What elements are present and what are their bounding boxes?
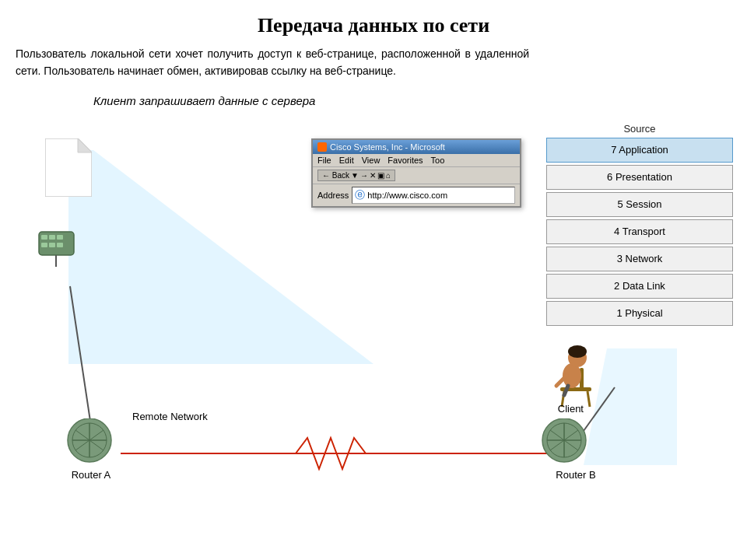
client-label: Client	[558, 403, 584, 415]
browser-title: Cisco Systems, Inc - Microsoft	[330, 142, 445, 152]
browser-toolbar: ← Back ▼ → ✕ ▣ ⌂	[313, 167, 520, 184]
osi-layer-4[interactable]: 4 Transport	[546, 219, 733, 244]
url-text: http://www.cisco.com	[367, 191, 447, 200]
svg-rect-9	[49, 235, 55, 240]
svg-rect-11	[41, 243, 47, 247]
description-text: Пользователь локальной сети хочет получи…	[0, 45, 545, 88]
svg-point-33	[568, 345, 587, 358]
router-b	[533, 418, 595, 468]
browser-menubar: File Edit View Favorites Too	[313, 154, 520, 167]
browser-icon	[317, 142, 327, 152]
router-a	[58, 418, 121, 468]
router-a-label: Router A	[56, 469, 126, 481]
osi-layer-1[interactable]: 1 Physical	[546, 301, 733, 326]
remote-network-label: Remote Network	[132, 411, 208, 422]
address-input[interactable]: ⓔ http://www.cisco.com	[352, 187, 515, 204]
menu-too[interactable]: Too	[431, 156, 445, 165]
document-icon	[45, 138, 92, 197]
menu-favorites[interactable]: Favorites	[388, 156, 423, 165]
browser-address-bar: Address ⓔ http://www.cisco.com	[313, 184, 520, 206]
browser-window: Cisco Systems, Inc - Microsoft File Edit…	[311, 138, 521, 208]
client-person	[537, 333, 607, 414]
address-label: Address	[317, 191, 349, 200]
menu-view[interactable]: View	[362, 156, 381, 165]
osi-stack: Source 7 Application6 Presentation5 Sess…	[546, 123, 733, 328]
menu-edit[interactable]: Edit	[339, 156, 354, 165]
svg-rect-10	[57, 235, 63, 240]
ie-icon: ⓔ	[355, 188, 365, 202]
svg-line-35	[564, 386, 568, 395]
osi-layer-6[interactable]: 6 Presentation	[546, 165, 733, 190]
svg-rect-8	[41, 235, 47, 240]
osi-layer-2[interactable]: 2 Data Link	[546, 274, 733, 299]
osi-layer-7[interactable]: 7 Application	[546, 138, 733, 163]
osi-source-label: Source	[546, 123, 733, 135]
back-button[interactable]: ← Back ▼ → ✕ ▣ ⌂	[317, 170, 395, 181]
main-diagram: Client Router A Router B Remote Network …	[0, 115, 747, 496]
browser-titlebar: Cisco Systems, Inc - Microsoft	[313, 140, 520, 154]
server-device	[35, 224, 78, 274]
menu-file[interactable]: File	[317, 156, 331, 165]
router-b-label: Router B	[541, 469, 611, 481]
svg-rect-13	[57, 243, 63, 247]
svg-rect-12	[49, 243, 55, 247]
page-title: Передача данных по сети	[0, 0, 747, 45]
subtitle-text: Клиент запрашивает данные с сервера	[0, 94, 747, 107]
osi-layer-3[interactable]: 3 Network	[546, 247, 733, 271]
osi-layer-5[interactable]: 5 Session	[546, 192, 733, 217]
svg-marker-6	[78, 138, 92, 152]
svg-line-29	[587, 391, 590, 407]
